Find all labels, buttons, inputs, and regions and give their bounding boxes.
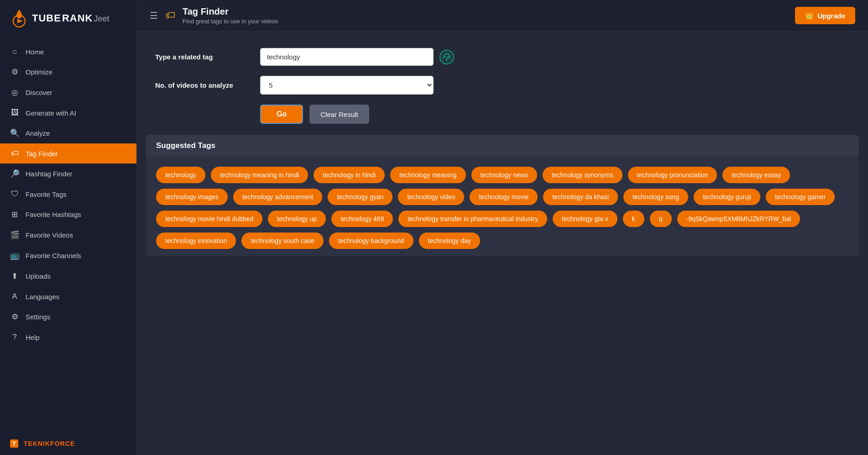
tag-pill[interactable]: technology meaning in hindi [211,167,309,183]
go-button[interactable]: Go [260,105,303,124]
nav-label-favorite-tags: Favorite Tags [26,190,67,198]
count-row: No. of videos to analyze 5 10 15 20 [155,76,850,95]
teknikforce-label: TEKNIKFORCE [24,440,75,447]
tag-input[interactable] [260,48,434,66]
nav-menu: ⌂Home⚙Optimize◎Discover🖼Generate with AI… [0,37,136,432]
tag-pill[interactable]: technology gyan [328,189,392,205]
tag-pill[interactable]: technology gta v [553,211,617,227]
tag-pill[interactable]: technology da khasi [543,189,618,205]
nav-label-home: Home [26,48,44,56]
nav-icon-help: ? [10,333,19,342]
nav-icon-optimize: ⚙ [10,67,19,77]
tag-pill[interactable]: technology south case [241,233,323,249]
nav-icon-home: ⌂ [10,47,19,56]
nav-label-favorite-hashtags: Favorite Hashtags [26,211,81,218]
nav-label-favorite-channels: Favorite Channels [26,252,81,259]
tag-pill[interactable]: technology meaning [390,167,465,183]
tag-pill[interactable]: technology background [329,233,413,249]
action-buttons: Go Clear Result [260,105,850,124]
sidebar-item-settings[interactable]: ⚙Settings [0,307,136,327]
nav-label-analyze: Analyze [26,129,50,137]
sidebar-item-hashtag-finder[interactable]: 🔎Hashtag Finder [0,164,136,184]
nav-label-generate-ai: Generate with AI [26,109,76,117]
logo-rank: RANK [62,12,93,24]
tag-pill[interactable]: technology pronunciation [628,167,717,183]
tag-pill[interactable]: technology gamer [766,189,835,205]
tag-pill[interactable]: technology 489 [331,211,393,227]
sidebar-item-analyze[interactable]: 🔍Analyze [0,123,136,143]
nav-icon-favorite-hashtags: ⊞ [10,210,19,219]
nav-label-uploads: Uploads [26,272,51,280]
hamburger-icon[interactable]: ☰ [150,10,158,21]
upgrade-label: Upgrade [817,12,845,20]
nav-label-settings: Settings [26,313,50,321]
suggested-tags-section: Suggested Tags technologytechnology mean… [146,135,859,256]
nav-label-optimize: Optimize [26,68,52,76]
sidebar-item-discover[interactable]: ◎Discover [0,82,136,103]
nav-label-discover: Discover [26,89,52,96]
sidebar-item-optimize[interactable]: ⚙Optimize [0,62,136,82]
tag-pill[interactable]: technology guruji [694,189,760,205]
nav-icon-favorite-videos: 🎬 [10,230,19,240]
sidebar-item-favorite-channels[interactable]: 📺Favorite Channels [0,245,136,266]
tag-pill[interactable]: -9qSkQawnpSXM8MhJZkRYRW_bal [677,211,800,227]
tag-pill[interactable]: technology images [156,189,228,205]
sidebar-item-favorite-hashtags[interactable]: ⊞Favorite Hashtags [0,204,136,225]
tag-pill[interactable]: technology transfer in pharmaceutical in… [398,211,547,227]
sidebar-footer: T TEKNIKFORCE [0,432,136,455]
tag-pill[interactable]: technology in hindi [314,167,385,183]
sidebar-item-uploads[interactable]: ⬆Uploads [0,266,136,286]
nav-icon-analyze: 🔍 [10,128,19,138]
sidebar-item-favorite-tags[interactable]: 🛡Favorite Tags [0,184,136,204]
tag-pill[interactable]: k [623,211,644,227]
sidebar-item-generate-ai[interactable]: 🖼Generate with AI [0,103,136,123]
sidebar-item-help[interactable]: ?Help [0,327,136,347]
count-select[interactable]: 5 10 15 20 [260,76,434,95]
header-title-group: Tag Finder Find great tags to use in you… [183,6,278,25]
tag-pill[interactable]: technology video [398,189,464,205]
tag-pill[interactable]: technology movie [470,189,538,205]
tag-input-wrap [260,48,455,66]
clear-button[interactable]: Clear Result [309,105,369,124]
page-subtitle: Find great tags to use in your videos [183,18,278,25]
nav-icon-tag-finder: 🏷 [10,149,19,158]
svg-marker-1 [17,19,23,23]
tag-pill[interactable]: q [650,211,672,227]
nav-icon-discover: ◎ [10,88,19,97]
nav-label-help: Help [26,333,40,341]
ai-icon-button[interactable] [438,48,455,66]
tag-pill[interactable]: technology [156,167,205,183]
form-area: Type a related tag No. of videos to anal… [137,32,868,135]
page-title: Tag Finder [183,6,278,17]
tag-pill[interactable]: technology essay [722,167,790,183]
nav-icon-generate-ai: 🖼 [10,108,19,117]
teknikforce-icon: T [9,439,19,449]
sidebar-item-languages[interactable]: ALanguages [0,286,136,307]
sidebar-item-favorite-videos[interactable]: 🎬Favorite Videos [0,225,136,245]
tag-pill[interactable]: technology synonyms [543,167,622,183]
svg-text:T: T [12,440,16,447]
nav-icon-hashtag-finder: 🔎 [10,169,19,179]
tag-pill[interactable]: technology advancement [233,189,323,205]
tag-pill[interactable]: technology song [623,189,688,205]
tag-pill[interactable]: technology news [471,167,537,183]
tag-pill[interactable]: technology day [419,233,480,249]
tag-pill[interactable]: technology innovation [156,233,236,249]
count-input-wrap: 5 10 15 20 [260,76,434,95]
sidebar-item-tag-finder[interactable]: 🏷Tag Finder [0,143,136,164]
tags-section-title: Suggested Tags [146,135,859,157]
nav-icon-languages: A [10,292,19,301]
nav-icon-favorite-channels: 📺 [10,251,19,260]
tag-label: Type a related tag [155,53,260,61]
upgrade-button[interactable]: 👑 Upgrade [795,7,855,24]
tag-pill[interactable]: technology up [268,211,326,227]
tags-body: technologytechnology meaning in hinditec… [146,157,859,256]
tag-pill[interactable]: technology movie hindi dubbed [156,211,262,227]
sidebar-item-home[interactable]: ⌂Home [0,42,136,62]
tag-header-icon: 🏷 [165,10,175,21]
tag-input-row: Type a related tag [155,48,850,66]
app-header: ☰ 🏷 Tag Finder Find great tags to use in… [137,0,868,32]
nav-label-hashtag-finder: Hashtag Finder [26,170,73,178]
svg-point-6 [446,60,448,61]
main-content: ☰ 🏷 Tag Finder Find great tags to use in… [137,0,868,455]
